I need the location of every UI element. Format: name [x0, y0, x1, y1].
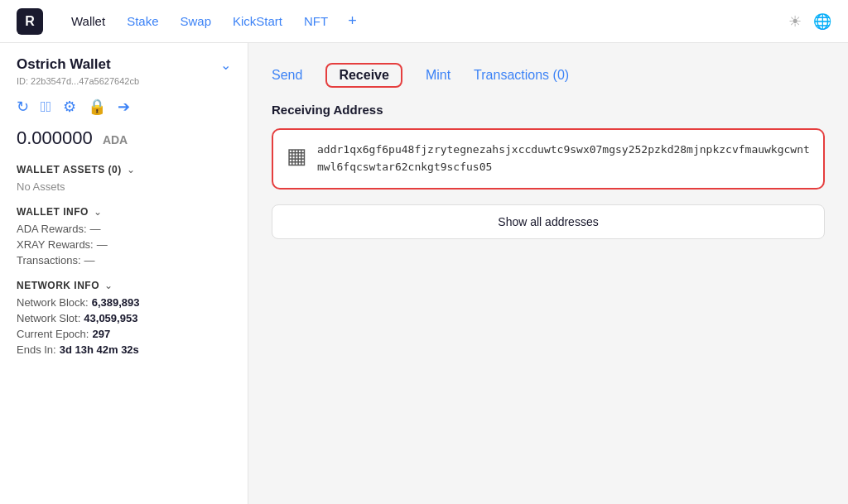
- ends-in-row: Ends In: 3d 13h 42m 32s: [17, 343, 231, 356]
- wallet-header: Ostrich Wallet ⌄: [17, 56, 231, 73]
- xray-rewards-value: —: [97, 238, 108, 251]
- main-content: Ostrich Wallet ⌄ ID: 22b3547d...47a56276…: [0, 43, 848, 504]
- wallet-info-content: ADA Rewards: — XRAY Rewards: — Transacti…: [17, 223, 231, 266]
- qr-code-icon[interactable]: ▦: [287, 143, 307, 169]
- address-box: ▦ addr1qx6gf6pu48fjzrytegnezahsjxccduwtc…: [272, 128, 825, 190]
- wallet-assets-section-header[interactable]: WALLET ASSETS (0) ⌄: [17, 164, 231, 175]
- logout-icon[interactable]: ➔: [118, 98, 130, 116]
- xray-rewards-label: XRAY Rewards:: [17, 238, 94, 251]
- wallet-info-section-header[interactable]: WALLET INFO ⌄: [17, 206, 231, 218]
- xray-rewards-row: XRAY Rewards: —: [17, 238, 231, 251]
- wallet-info-chevron-icon: ⌄: [94, 206, 102, 218]
- tabs-row: Send Receive Mint Transactions (0): [272, 63, 825, 88]
- app-logo: R: [17, 8, 43, 35]
- refresh-icon[interactable]: ↻: [17, 98, 29, 116]
- nav-kickstart[interactable]: KickStart: [224, 11, 291, 31]
- nav-right-icons: [788, 12, 831, 31]
- network-info-label: NETWORK INFO: [17, 280, 99, 291]
- wallet-info-label: WALLET INFO: [17, 206, 89, 218]
- ada-rewards-value: —: [90, 223, 101, 235]
- transactions-label: Transactions:: [17, 254, 81, 266]
- nav-swap[interactable]: Swap: [171, 11, 219, 31]
- wallet-assets-chevron-icon: ⌄: [127, 164, 135, 175]
- wallet-id: ID: 22b3547d...47a5627642cb: [17, 76, 231, 86]
- address-line1: addr1qx6gf6pu48fjzrytegnezahsjxccduwtc9s…: [317, 143, 739, 156]
- transactions-value: —: [84, 254, 95, 266]
- network-slot-label: Network Slot:: [17, 312, 80, 324]
- nav-nft[interactable]: NFT: [296, 11, 336, 31]
- receiving-address-label: Receiving Address: [272, 103, 825, 117]
- network-info-content: Network Block: 6,389,893 Network Slot: 4…: [17, 296, 231, 356]
- ends-in-label: Ends In:: [17, 343, 56, 356]
- current-epoch-label: Current Epoch:: [17, 328, 89, 340]
- nav-wallet[interactable]: Wallet: [63, 11, 113, 31]
- wallet-chevron-icon[interactable]: ⌄: [220, 57, 231, 73]
- tab-receive[interactable]: Receive: [325, 63, 402, 88]
- wallet-assets-label: WALLET ASSETS (0): [17, 164, 122, 175]
- network-block-value: 6,389,893: [92, 296, 140, 309]
- tab-send[interactable]: Send: [272, 68, 302, 83]
- network-slot-value: 43,059,953: [84, 312, 137, 324]
- wallet-address: addr1qx6gf6pu48fjzrytegnezahsjxccduwtc9s…: [317, 142, 810, 176]
- lock-icon[interactable]: 🔒: [88, 98, 106, 116]
- current-epoch-row: Current Epoch: 297: [17, 328, 231, 340]
- sidebar: Ostrich Wallet ⌄ ID: 22b3547d...47a56276…: [0, 43, 248, 504]
- wallet-balance: 0.000000 ADA: [17, 127, 231, 149]
- balance-amount: 0.000000: [17, 127, 93, 148]
- wallet-name: Ostrich Wallet: [17, 56, 111, 73]
- wallet-actions: ↻ 👁⃠ ⚙ 🔒 ➔: [17, 98, 231, 116]
- transactions-row: Transactions: —: [17, 254, 231, 266]
- ends-in-value: 3d 13h 42m 32s: [60, 343, 139, 356]
- tab-mint[interactable]: Mint: [426, 68, 450, 83]
- hide-icon[interactable]: 👁⃠: [41, 98, 51, 116]
- tab-transactions[interactable]: Transactions (0): [474, 68, 569, 83]
- nav-links: Wallet Stake Swap KickStart NFT +: [63, 9, 364, 33]
- network-block-label: Network Block:: [17, 296, 89, 309]
- nav-stake[interactable]: Stake: [118, 11, 166, 31]
- network-slot-row: Network Slot: 43,059,953: [17, 312, 231, 324]
- ada-rewards-row: ADA Rewards: —: [17, 223, 231, 235]
- ada-rewards-label: ADA Rewards:: [17, 223, 87, 235]
- network-info-chevron-icon: ⌄: [104, 280, 113, 291]
- nav-add-button[interactable]: +: [341, 9, 364, 33]
- show-all-addresses-button[interactable]: Show all addresses: [272, 204, 825, 239]
- network-info-section-header[interactable]: NETWORK INFO ⌄: [17, 280, 231, 291]
- top-navigation: R Wallet Stake Swap KickStart NFT +: [0, 0, 848, 43]
- balance-currency: ADA: [103, 133, 128, 146]
- right-panel: Send Receive Mint Transactions (0) Recei…: [248, 43, 848, 504]
- no-assets-text: No Assets: [17, 180, 231, 193]
- current-epoch-value: 297: [92, 328, 110, 340]
- settings-icon[interactable]: ⚙: [63, 98, 76, 116]
- language-icon[interactable]: [813, 12, 831, 31]
- theme-toggle-icon[interactable]: [788, 12, 802, 31]
- network-block-row: Network Block: 6,389,893: [17, 296, 231, 309]
